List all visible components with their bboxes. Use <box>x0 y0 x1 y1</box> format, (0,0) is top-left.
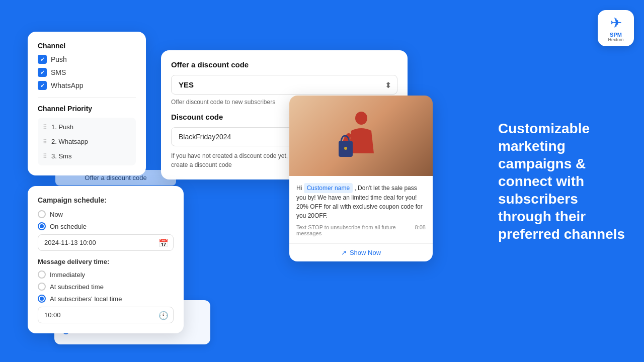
local-time-label: At subscribers' local time <box>50 295 122 303</box>
schedule-title: Campaign schedule: <box>38 196 174 204</box>
external-link-icon: ↗ <box>341 249 347 256</box>
clock-icon: 🕙 <box>158 310 169 320</box>
time-input[interactable] <box>38 307 174 323</box>
offer-select[interactable]: YES NO <box>171 75 397 95</box>
spm-logo: ✈ SPM Hextom <box>598 10 634 46</box>
delivery-subscribed-option[interactable]: At subscribed time <box>38 283 174 291</box>
now-label: Now <box>50 211 63 218</box>
whatsapp-image <box>289 96 433 176</box>
whatsapp-preview-card: Hi Customer name , Don't let the sale pa… <box>289 96 433 261</box>
date-input-wrapper[interactable]: 📅 <box>38 234 174 251</box>
now-radio[interactable] <box>38 210 46 218</box>
date-input[interactable] <box>38 234 174 251</box>
push-checkbox[interactable] <box>38 55 47 64</box>
immediately-radio[interactable] <box>38 270 46 279</box>
svg-point-2 <box>344 147 347 150</box>
message-footer: Text STOP to unsubscribe from all future… <box>296 224 426 236</box>
customer-name-tag: Customer name <box>304 183 353 193</box>
discount-card-title: Offer a discount code <box>171 60 397 69</box>
priority-whatsapp-label: 2. Whatsapp <box>51 138 88 145</box>
priority-sms[interactable]: ⠿ 3. Sms <box>38 149 136 163</box>
priority-sms-label: 3. Sms <box>51 152 71 160</box>
channel-push[interactable]: Push <box>38 55 136 64</box>
on-schedule-label: On schedule <box>50 223 87 230</box>
local-time-radio[interactable] <box>38 295 46 303</box>
schedule-card: Campaign schedule: Now On schedule 📅 Mes… <box>28 186 184 333</box>
schedule-on-schedule-option[interactable]: On schedule <box>38 222 174 230</box>
hero-text: Customizable marketing campaigns & conne… <box>498 120 629 243</box>
push-label: Push <box>51 55 67 63</box>
priority-title: Channel Priority <box>38 105 136 113</box>
svg-point-0 <box>355 112 367 125</box>
company-name: Hextom <box>608 38 623 42</box>
offer-discount-hint: Offer a discount code <box>55 170 176 186</box>
channel-sms[interactable]: SMS <box>38 68 136 77</box>
priority-whatsapp[interactable]: ⠿ 2. Whatsapp <box>38 134 136 149</box>
subscribed-time-label: At subscribed time <box>50 283 104 291</box>
channel-whatsapp[interactable]: WhatsApp <box>38 81 136 90</box>
drag-icon-2: ⠿ <box>43 138 47 145</box>
whatsapp-label: WhatsApp <box>51 81 84 89</box>
app-name: SPM <box>610 32 622 38</box>
priority-push[interactable]: ⠿ 1. Push <box>38 120 136 134</box>
plane-icon: ✈ <box>610 15 622 31</box>
priority-push-label: 1. Push <box>51 123 73 131</box>
subscribed-time-radio[interactable] <box>38 283 46 291</box>
divider <box>38 97 136 98</box>
bag-illustration <box>289 96 433 176</box>
channel-card: Channel Push SMS WhatsApp Channel Priori… <box>28 32 146 175</box>
delivery-immediately-option[interactable]: Immediately <box>38 270 174 279</box>
channel-title: Channel <box>38 42 136 50</box>
stop-text: Text STOP to unsubscribe from all future… <box>296 224 411 236</box>
drag-icon-1: ⠿ <box>43 124 47 131</box>
bag-svg <box>336 108 386 163</box>
offer-select-wrapper[interactable]: YES NO ⬍ <box>171 75 397 95</box>
time-input-wrapper[interactable]: 🕙 <box>38 307 174 323</box>
priority-list: ⠿ 1. Push ⠿ 2. Whatsapp ⠿ 3. Sms <box>38 118 136 165</box>
show-now-button[interactable]: ↗ Show Now <box>289 243 433 261</box>
delivery-title: Message delivery time: <box>38 258 174 265</box>
calendar-icon: 📅 <box>158 238 169 247</box>
show-now-label: Show Now <box>350 249 381 256</box>
timestamp: 8:08 <box>415 224 426 230</box>
drag-icon-3: ⠿ <box>43 153 47 160</box>
sms-checkbox[interactable] <box>38 68 47 77</box>
on-schedule-radio[interactable] <box>38 222 46 230</box>
delivery-local-time-option[interactable]: At subscribers' local time <box>38 295 174 303</box>
immediately-label: Immediately <box>50 271 85 279</box>
whatsapp-checkbox[interactable] <box>38 81 47 90</box>
sms-label: SMS <box>51 68 66 76</box>
schedule-now-option[interactable]: Now <box>38 210 174 218</box>
message-text: Hi Customer name , Don't let the sale pa… <box>296 183 426 220</box>
whatsapp-body: Hi Customer name , Don't let the sale pa… <box>289 176 433 243</box>
message-intro: Hi <box>296 185 302 192</box>
